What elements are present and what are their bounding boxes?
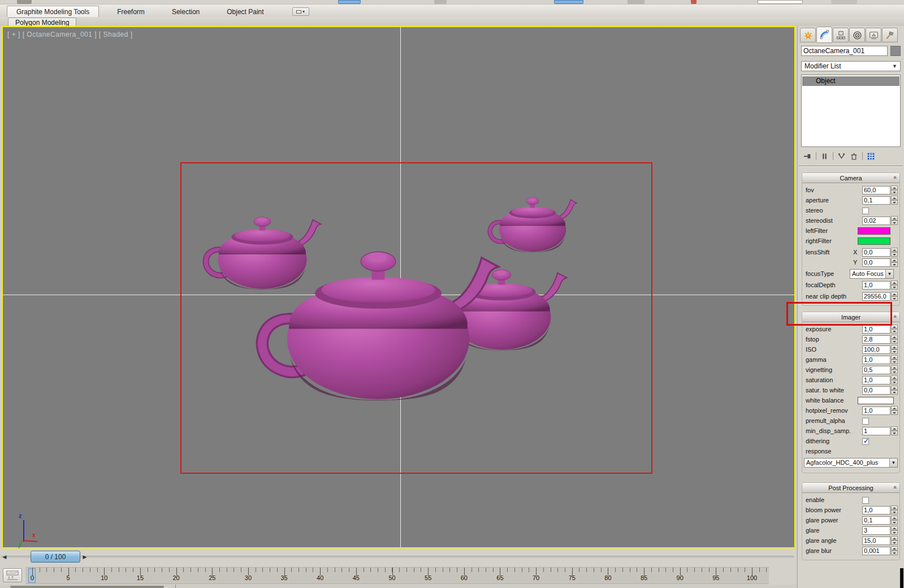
glare-spinner-up[interactable] [891, 526, 898, 530]
rollout-header-imager[interactable]: Imager« [802, 312, 899, 322]
satur-to-white-spinner-down[interactable] [891, 390, 898, 395]
glare-angle-spinner-up[interactable] [891, 536, 898, 541]
next-frame-arrow[interactable]: ▶ [81, 552, 88, 561]
rightfilter-color-swatch[interactable] [858, 237, 890, 245]
iso-spinner-up[interactable] [891, 345, 898, 349]
modifier-list-dropdown[interactable]: Modifier List ▼ [801, 61, 901, 71]
lensshift-spinner-down[interactable] [891, 252, 898, 257]
ribbon-tab-selection[interactable]: Selection [163, 6, 209, 17]
tab-utilities[interactable] [882, 28, 898, 42]
panel-scrollbar-thumb[interactable] [900, 568, 903, 588]
bloom-power-spinner-up[interactable] [891, 505, 898, 510]
fov-spinner-down[interactable] [891, 190, 898, 194]
leftfilter-color-swatch[interactable] [858, 227, 890, 235]
iso-field[interactable]: 100,0 [862, 345, 890, 354]
min-disp-samp-spinner-down[interactable] [891, 431, 898, 435]
agfacolor-hdc-400-plus-dropdown[interactable]: Agfacolor_HDC_400_plus▼ [804, 458, 898, 468]
glare-spinner-down[interactable] [891, 530, 898, 535]
0-0-field[interactable]: 0,0 [862, 258, 890, 267]
make-unique-icon[interactable] [837, 152, 846, 161]
exposure-spinner-up[interactable] [891, 325, 898, 329]
glare-power-spinner-up[interactable] [891, 516, 898, 520]
viewport-label[interactable]: [ + ] [ OctaneCamera_001 ] [ Shaded ] [7, 31, 133, 38]
lensshift-field[interactable]: 0,0 [862, 248, 890, 257]
near-clip-depth-field[interactable]: 29556,0 [862, 292, 890, 301]
configure-modifier-sets-icon[interactable] [867, 152, 875, 161]
white-balance-color-swatch[interactable] [858, 397, 894, 404]
aperture-field[interactable]: 0,1 [862, 196, 890, 205]
modifier-stack[interactable]: Object [801, 75, 901, 147]
near-clip-depth-spinner-down[interactable] [891, 296, 898, 301]
hotpixel-remov-field[interactable]: 1,0 [862, 407, 890, 415]
stereodist-spinner-down[interactable] [891, 220, 898, 225]
0-0-spinner-down[interactable] [891, 262, 898, 267]
stereodist-spinner-up[interactable] [891, 216, 898, 220]
min-disp-samp-spinner-up[interactable] [891, 426, 898, 431]
camera-viewport[interactable]: [ + ] [ OctaneCamera_001 ] [ Shaded ] [2, 26, 795, 548]
fstop-spinner-up[interactable] [891, 335, 898, 339]
stack-item-object[interactable]: Object [802, 76, 899, 86]
object-name-field[interactable]: OctaneCamera_001 [801, 46, 888, 56]
enable-checkbox[interactable] [862, 497, 869, 504]
glare-power-field[interactable]: 0,1 [862, 516, 890, 525]
tab-motion[interactable] [849, 28, 865, 42]
satur-to-white-spinner-up[interactable] [891, 386, 898, 390]
focaldepth-spinner-down[interactable] [891, 285, 898, 289]
glare-blur-spinner-up[interactable] [891, 546, 898, 551]
rollout-header-camera[interactable]: Camera« [802, 173, 899, 183]
hotpixel-remov-spinner-down[interactable] [891, 410, 898, 415]
focustype-dropdown[interactable]: Auto Focus▼ [850, 269, 894, 279]
premult-alpha-checkbox[interactable] [862, 418, 869, 425]
time-slider-track[interactable] [1, 556, 794, 558]
satur-to-white-field[interactable]: 0,0 [862, 386, 890, 395]
fstop-field[interactable]: 2,8 [862, 335, 890, 344]
rollout-header-post-processing[interactable]: Post Processing« [802, 483, 899, 493]
glare-blur-spinner-down[interactable] [891, 551, 898, 555]
0-0-spinner-up[interactable] [891, 258, 898, 262]
previous-frame-arrow[interactable]: ◀ [1, 552, 8, 561]
collapse-chevron-icon[interactable]: « [892, 486, 898, 489]
saturation-spinner-down[interactable] [891, 380, 898, 384]
bloom-power-spinner-down[interactable] [891, 510, 898, 514]
vignetting-field[interactable]: 0,5 [862, 366, 890, 374]
min-disp-samp-field[interactable]: 1 [862, 427, 890, 435]
near-clip-depth-spinner-up[interactable] [891, 292, 898, 296]
bloom-power-field[interactable]: 1,0 [862, 506, 890, 514]
focaldepth-field[interactable]: 1,0 [862, 281, 890, 289]
gamma-spinner-down[interactable] [891, 360, 898, 364]
glare-field[interactable]: 3 [862, 526, 890, 535]
glare-angle-field[interactable]: 15,0 [862, 537, 890, 545]
gamma-field[interactable]: 1,0 [862, 356, 890, 364]
lensshift-spinner-up[interactable] [891, 248, 898, 252]
ribbon-tab-object-paint[interactable]: Object Paint [218, 6, 273, 17]
vignetting-spinner-down[interactable] [891, 370, 898, 374]
saturation-field[interactable]: 1,0 [862, 376, 890, 384]
ribbon-tab-freeform[interactable]: Freeform [108, 6, 154, 17]
collapse-chevron-icon[interactable]: « [892, 176, 898, 179]
gamma-spinner-up[interactable] [891, 355, 898, 360]
aperture-spinner-down[interactable] [891, 200, 898, 205]
ribbon-tab-graphite-modeling-tools[interactable]: Graphite Modeling Tools [7, 6, 99, 17]
remove-modifier-icon[interactable] [850, 152, 858, 161]
saturation-spinner-up[interactable] [891, 375, 898, 380]
fov-spinner-up[interactable] [891, 185, 898, 190]
focaldepth-spinner-up[interactable] [891, 280, 898, 285]
glare-blur-field[interactable]: 0,001 [862, 547, 890, 555]
pin-stack-icon[interactable] [803, 152, 812, 161]
iso-spinner-down[interactable] [891, 349, 898, 354]
time-slider-button[interactable]: 0 / 100 [31, 551, 80, 563]
fstop-spinner-down[interactable] [891, 339, 898, 344]
object-color-swatch[interactable] [890, 46, 901, 56]
fov-field[interactable]: 60,0 [862, 186, 890, 194]
open-mini-curve-editor-button[interactable] [3, 568, 22, 582]
dithering-checkbox[interactable] [862, 438, 869, 445]
aperture-spinner-up[interactable] [891, 196, 898, 200]
stereo-checkbox[interactable] [862, 207, 869, 214]
hotpixel-remov-spinner-up[interactable] [891, 406, 898, 410]
collapse-chevron-icon[interactable]: « [892, 315, 898, 318]
exposure-spinner-down[interactable] [891, 329, 898, 334]
tab-hierarchy[interactable] [833, 28, 849, 42]
ribbon-overflow-button[interactable]: ▾ [292, 7, 309, 16]
track-bar-band[interactable]: 0510152025303540455055606570758085909510… [25, 567, 769, 584]
tab-display[interactable] [866, 28, 881, 42]
